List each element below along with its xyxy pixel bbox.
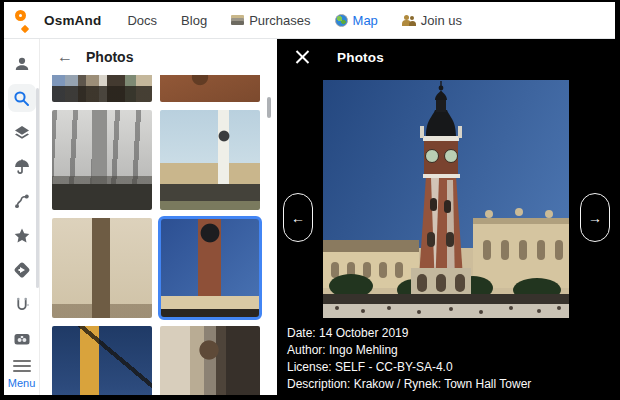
nav-link-join-us[interactable]: Join us [402, 13, 462, 28]
photo-thumbnail[interactable] [52, 326, 152, 395]
arrow-left-icon: ← [291, 210, 305, 226]
photo-license: License: SELF - CC-BY-SA-4.0 [287, 359, 531, 376]
travel-icon[interactable] [8, 326, 36, 353]
photos-panel-scrollbar[interactable] [267, 97, 271, 118]
map-globe-icon [335, 14, 348, 27]
navigation-icon[interactable] [8, 257, 36, 284]
photos-list-panel: ← Photos [40, 39, 277, 395]
previous-photo-button[interactable]: ← [283, 193, 313, 242]
photo-thumbnail[interactable] [160, 75, 260, 102]
nav-link-map[interactable]: Map [335, 13, 378, 28]
nav-link-docs[interactable]: Docs [127, 13, 157, 28]
photo-thumbnail[interactable] [160, 326, 260, 395]
tracks-icon[interactable] [8, 188, 36, 215]
photo-thumbnail[interactable] [52, 75, 152, 102]
next-photo-button[interactable]: → [580, 193, 610, 242]
nav-link-blog[interactable]: Blog [181, 13, 207, 28]
photo-details: Date: 14 October 2019 Author: Ingo Mehli… [287, 325, 531, 393]
main-photo [323, 80, 569, 318]
left-icon-rail: Menu [4, 39, 40, 395]
photo-thumbnail-selected[interactable] [160, 218, 260, 318]
photos-panel-title: Photos [86, 49, 133, 65]
photos-panel-header: ← Photos [40, 39, 277, 75]
nav-link-purchases[interactable]: Purchases [231, 13, 310, 28]
favorites-icon[interactable] [8, 222, 36, 249]
weather-icon[interactable] [8, 153, 36, 180]
back-arrow-icon[interactable]: ← [57, 48, 77, 66]
app-window: OsmAnd Docs Blog Purchases Map Join us [0, 0, 620, 400]
brand-name[interactable]: OsmAnd [44, 13, 101, 28]
osmand-logo-icon[interactable] [14, 10, 35, 31]
photo-author: Author: Ingo Mehling [287, 342, 531, 359]
photo-date: Date: 14 October 2019 [287, 325, 531, 342]
photo-thumbnail[interactable] [52, 218, 152, 318]
top-navigation-bar: OsmAnd Docs Blog Purchases Map Join us [4, 2, 615, 39]
account-icon[interactable] [8, 50, 36, 77]
main-content: Menu ← Photos [4, 39, 615, 395]
rail-scrollbar[interactable] [36, 88, 39, 288]
arrow-right-icon: → [588, 210, 602, 226]
close-icon[interactable] [295, 50, 310, 65]
photo-viewer: Photos [277, 39, 615, 395]
photo-thumbnail[interactable] [160, 110, 260, 210]
layers-icon[interactable] [8, 119, 36, 146]
viewer-title: Photos [337, 50, 384, 65]
rail-bottom: Menu [8, 360, 36, 395]
photo-thumbnail[interactable] [52, 110, 152, 210]
photo-description: Description: Krakow / Rynek: Town Hall T… [287, 376, 531, 393]
menu-icon[interactable] [13, 360, 31, 372]
thumbnail-grid [40, 75, 277, 395]
purchases-cards-icon [231, 15, 244, 25]
search-icon[interactable] [8, 84, 36, 111]
thumbnail-grid-viewport [40, 75, 277, 395]
viewer-header: Photos [277, 39, 615, 65]
join-us-people-icon [402, 15, 416, 26]
top-nav: Docs Blog Purchases Map Join us [127, 13, 462, 28]
screen: OsmAnd Docs Blog Purchases Map Join us [4, 2, 615, 395]
plan-route-icon[interactable] [8, 291, 36, 318]
menu-label[interactable]: Menu [8, 377, 36, 389]
